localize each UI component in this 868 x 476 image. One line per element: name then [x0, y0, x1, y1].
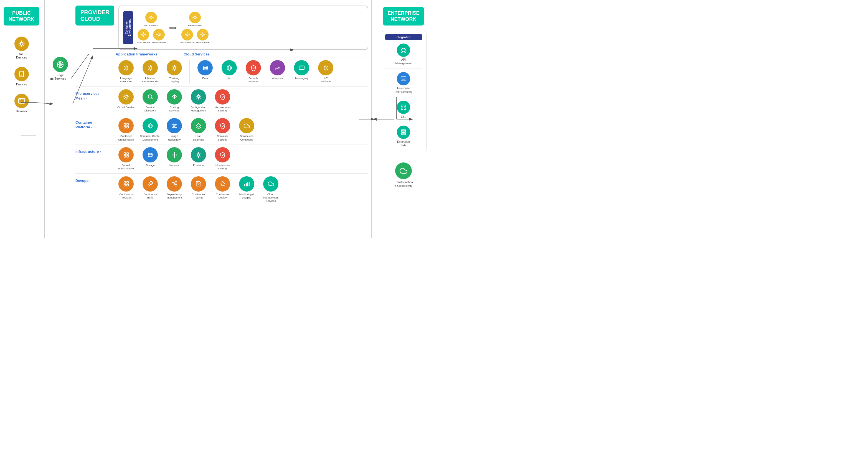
ms-node-4: Micro Service: [180, 12, 209, 27]
integration-badge: Integration: [385, 34, 422, 40]
data-item: Data: [195, 60, 215, 80]
devops-row: Devops › ContinuousProvision ContinuousB…: [75, 173, 368, 206]
network-icon: [167, 147, 182, 162]
continuous-build-icon: [143, 176, 158, 192]
devops-title: Devops ›: [75, 176, 116, 183]
left-panel: PUBLIC NETWORK IoT Devices Devices: [0, 0, 43, 239]
provision-item: Provision: [188, 147, 209, 167]
enterprise-data-item: EnterpriseData: [385, 125, 422, 148]
service-discovery-icon: [143, 89, 158, 104]
image-repository-label: ImageRepository: [168, 134, 181, 141]
svg-rect-59: [401, 108, 403, 109]
svg-point-36: [174, 152, 175, 153]
circuit-breaker-item: Circuit Breaker: [116, 89, 136, 109]
transformation-connectivity-label: Transformation& Connectivity: [394, 181, 413, 188]
microservices-security-item: MicroservicesSecurity: [212, 89, 233, 113]
monitoring-logging-label: Monitoring &Logging: [239, 193, 254, 200]
svg-rect-58: [404, 105, 406, 107]
svg-rect-29: [172, 124, 177, 127]
dependency-management-icon: [167, 176, 182, 192]
continuous-provision-item: ContinuousProvision: [116, 176, 136, 200]
enterprise-user-directory-item: EnterpriseUser Directory: [385, 71, 422, 95]
data-icon: [197, 60, 213, 75]
container-orchestration-icon: [118, 118, 134, 133]
svg-point-8: [150, 17, 152, 19]
svg-rect-26: [124, 126, 125, 128]
edge-services-label: Edge Services: [54, 73, 66, 80]
service-discovery-item: ServiceDiscovery: [140, 89, 161, 113]
messaging-item: Messaging: [291, 60, 312, 80]
api-management-item: APIManagement: [385, 42, 422, 66]
svg-point-15: [149, 67, 151, 69]
provision-label: Provision: [193, 164, 204, 167]
infrastructure-security-item: InfrastructureSecurity: [212, 147, 233, 170]
circuit-breaker-label: Circuit Breaker: [117, 106, 135, 109]
continuous-build-item: ContinuousBuild: [140, 176, 161, 200]
svg-point-53: [405, 48, 406, 50]
microservices-mesh-title: MicroservicesMesh ›: [75, 89, 116, 101]
svg-point-13: [202, 34, 204, 36]
language-runtime-label: Language& Runtime: [120, 76, 132, 84]
edge-services-icon: [53, 57, 68, 72]
enterprise-data-icon: [397, 126, 410, 139]
infrastructure-security-label: InfrastructureSecurity: [215, 164, 230, 170]
iot-platform-item: IoTPlatform: [315, 60, 336, 84]
svg-point-39: [176, 154, 177, 156]
integration-panel: Integration APIManagement EnterpriseUser…: [381, 31, 427, 151]
image-repository-icon: [167, 118, 182, 133]
routing-services-item: RoutingServices: [164, 89, 185, 113]
svg-point-17: [203, 66, 208, 68]
svg-rect-57: [401, 105, 403, 107]
infrastructure-title: Infrastructure ›: [75, 147, 116, 154]
svg-point-16: [173, 67, 176, 69]
ms-node-2: Micro Service: [136, 29, 150, 44]
ms-node-3: Micro Service: [152, 29, 165, 44]
edge-services-node: Edge Services: [53, 57, 68, 80]
edge-services-column: Edge Services: [46, 0, 74, 239]
provider-cloud-badge: PROVIDER CLOUD: [75, 5, 114, 26]
container-security-label: ContainerSecurity: [217, 134, 228, 141]
dependency-management-item: DependencyManagement: [164, 176, 185, 200]
security-services-icon: [246, 60, 261, 75]
right-panel: ENTERPRISENETWORK Integration APIManagem…: [373, 0, 434, 239]
storage-label: Storage: [146, 164, 155, 167]
left-devices: IoT Devices Devices Browser: [14, 37, 29, 113]
svg-point-55: [405, 51, 406, 53]
tracking-logging-label: TrackingLogging: [169, 76, 179, 84]
svg-point-52: [401, 48, 403, 50]
messaging-label: Messaging: [295, 76, 308, 80]
svg-point-12: [186, 34, 188, 36]
virtual-infrastructure-icon: [118, 147, 134, 162]
virtual-infrastructure-item: VirtualInfrastructure: [116, 147, 136, 170]
data-label: Data: [202, 76, 208, 80]
microservices-mesh-row: MicroservicesMesh › Circuit Breaker Serv…: [75, 86, 368, 115]
circuit-breaker-icon: [118, 89, 134, 104]
ai-icon: [222, 60, 237, 75]
svg-point-2: [21, 75, 22, 76]
analytics-item: Analytics: [267, 60, 288, 80]
configuration-management-label: ConfigurationManagement: [190, 106, 206, 113]
enterprise-user-directory-icon: [397, 72, 410, 85]
container-platform-title: ContainerPlatform ›: [75, 118, 116, 130]
svg-rect-46: [175, 182, 177, 183]
enterprise-data-label: EnterpriseData: [397, 140, 410, 147]
svg-rect-30: [124, 153, 125, 154]
continuous-testing-item: ContinuousTesting: [188, 176, 209, 200]
api-management-label: APIManagement: [396, 58, 411, 65]
svg-rect-51: [249, 182, 250, 186]
continuous-deploy-item: ContinuousDeploy: [212, 176, 233, 200]
svg-point-23: [198, 96, 199, 98]
svg-point-0: [20, 43, 23, 45]
left-divider: [44, 0, 45, 239]
svg-rect-60: [404, 108, 406, 109]
svg-rect-49: [246, 183, 247, 186]
cloud-management-services-label: Cloud ManagementServices: [260, 193, 281, 203]
container-cluster-management-item: Container ClusterManagement: [140, 118, 161, 141]
libraries-frameworks-item: Libraries& Frameworks: [140, 60, 161, 84]
monitoring-logging-item: Monitoring &Logging: [236, 176, 257, 200]
microservices-security-label: MicroservicesSecurity: [214, 106, 230, 113]
continuous-testing-icon: [191, 176, 206, 192]
svg-rect-63: [402, 133, 406, 134]
svg-rect-41: [124, 182, 125, 183]
container-env-label: Container Environment: [123, 11, 133, 44]
